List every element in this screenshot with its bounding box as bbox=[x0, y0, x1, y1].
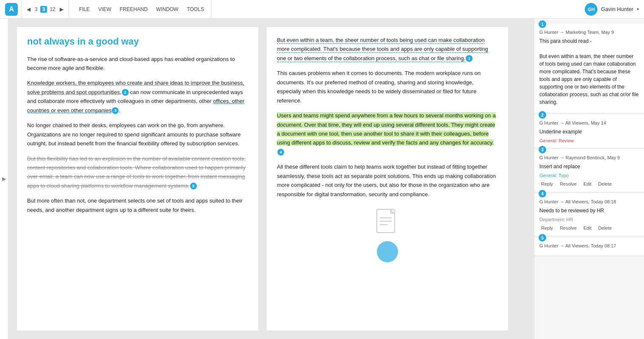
annotation-1: 1 bbox=[466, 55, 473, 62]
left-sidebar-toggle[interactable]: ▶ bbox=[0, 19, 8, 339]
doc-icon-area bbox=[277, 207, 498, 262]
dotted-text: But even within a team, the sheer number… bbox=[277, 37, 488, 62]
annotation-4: 4 bbox=[277, 149, 284, 156]
doc-right-column: But even within a team, the sheer number… bbox=[267, 27, 508, 331]
comment-number-2: 2 bbox=[539, 111, 546, 119]
para-saas: The rise of software-as-a-service and cl… bbox=[27, 55, 248, 73]
main-layout: ▶ not always in a good way The rise of s… bbox=[0, 19, 644, 339]
para-strikethrough: But this flexibility has led to an explo… bbox=[27, 154, 248, 191]
app-logo[interactable]: A bbox=[5, 3, 18, 16]
comment-4-tag: Department: HR bbox=[539, 217, 639, 222]
para-no-longer: No longer chained to their desks, employ… bbox=[27, 121, 248, 148]
page-navigation: ◀ 3 3 12 ▶ bbox=[21, 0, 69, 19]
document-icon bbox=[375, 207, 400, 237]
chevron-down-icon: ▾ bbox=[637, 7, 639, 11]
current-page: 3 bbox=[40, 6, 47, 13]
page-label: 3 bbox=[35, 6, 38, 12]
comment-1-body: This para should read - But even within … bbox=[539, 37, 639, 106]
comments-panel: 1 G Hunter → Marketing Team, May 9 This … bbox=[534, 19, 644, 339]
comment-5: 5 G Hunter → All Viewers, Today 08:17 bbox=[534, 237, 644, 257]
comment-3-actions: Reply Resolve Edit Delete bbox=[539, 181, 639, 187]
comment-4-edit-button[interactable]: Edit bbox=[582, 225, 593, 231]
prev-page-button[interactable]: ◀ bbox=[25, 6, 32, 13]
sidebar-arrow-icon: ▶ bbox=[2, 176, 6, 182]
comment-3-resolve-button[interactable]: Resolve bbox=[558, 181, 578, 187]
next-page-button[interactable]: ▶ bbox=[58, 6, 65, 13]
annotation-3: 3 bbox=[112, 107, 119, 114]
comment-4-resolve-button[interactable]: Resolve bbox=[558, 225, 578, 231]
para-this-causes: This causes problems when it comes to do… bbox=[277, 69, 498, 105]
comment-3-body: Insert and replace bbox=[539, 163, 639, 170]
comment-4-actions: Reply Resolve Edit Delete bbox=[539, 225, 639, 231]
para-all-these: All these different tools claim to help … bbox=[277, 162, 498, 199]
strikethrough-text: But this flexibility has led to an explo… bbox=[27, 156, 246, 189]
doc-columns: not always in a good way The rise of sof… bbox=[17, 27, 508, 331]
document-area: not always in a good way The rise of sof… bbox=[8, 19, 534, 339]
comment-3-reply-button[interactable]: Reply bbox=[539, 181, 555, 187]
menu-view[interactable]: VIEW bbox=[98, 6, 111, 12]
comment-4-header: G Hunter → All Viewers, Today 08:18 bbox=[539, 199, 639, 204]
topbar: A ◀ 3 3 12 ▶ FILE VIEW FREEHAND WINDOW T… bbox=[0, 0, 644, 19]
menu-tools[interactable]: TOOLS bbox=[187, 6, 204, 12]
comment-3-delete-button[interactable]: Delete bbox=[597, 181, 614, 187]
comment-1-header: G Hunter → Marketing Team, May 9 bbox=[539, 30, 639, 35]
comment-2-body: Underline example bbox=[539, 128, 639, 136]
annotation-5: 5 bbox=[190, 183, 197, 189]
comment-1: 1 G Hunter → Marketing Team, May 9 This … bbox=[534, 24, 644, 114]
comment-4: 4 G Hunter → All Viewers, Today 08:18 Ne… bbox=[534, 193, 644, 237]
doc-title: not always in a good way bbox=[27, 36, 248, 48]
comment-3-tag: General: Typo bbox=[539, 173, 639, 178]
user-menu[interactable]: GH Gavin Hunter ▾ bbox=[585, 3, 639, 16]
comment-number-5: 5 bbox=[539, 234, 546, 242]
total-pages: 12 bbox=[50, 6, 55, 12]
comment-number-4: 4 bbox=[539, 190, 546, 197]
comment-3-header: G Hunter → Raymond Bentinck, May 9 bbox=[539, 155, 639, 160]
comment-4-reply-button[interactable]: Reply bbox=[539, 225, 555, 231]
menu-file[interactable]: FILE bbox=[79, 6, 90, 12]
comment-5-header: G Hunter → All Viewers, Today 08:17 bbox=[539, 243, 639, 248]
comment-number-3: 3 bbox=[539, 146, 546, 153]
highlight-green-text: Users and teams might spend anywhere fro… bbox=[277, 112, 496, 146]
comment-number-1: 1 bbox=[539, 20, 546, 28]
comment-2-tag: General: Review bbox=[539, 138, 639, 143]
circle-icon bbox=[377, 241, 398, 262]
para-but-more: But more often than not, one department … bbox=[27, 196, 248, 214]
menu-window[interactable]: WINDOW bbox=[156, 6, 179, 12]
comment-3: 3 G Hunter → Raymond Bentinck, May 9 Ins… bbox=[534, 149, 644, 193]
comment-4-body: Needs to be reviewed by HR bbox=[539, 207, 639, 214]
para-users-teams: Users and teams might spend anywhere fro… bbox=[277, 111, 498, 156]
annotation-2: 2 bbox=[122, 89, 129, 96]
user-name: Gavin Hunter bbox=[601, 6, 633, 12]
comment-4-delete-button[interactable]: Delete bbox=[597, 225, 614, 231]
avatar: GH bbox=[585, 3, 597, 16]
comment-2: 2 G Hunter → All Viewers, May 14 Underli… bbox=[534, 114, 644, 149]
comment-2-header: G Hunter → All Viewers, May 14 bbox=[539, 120, 639, 125]
menu-freehand[interactable]: FREEHAND bbox=[120, 6, 148, 12]
comment-3-edit-button[interactable]: Edit bbox=[582, 181, 593, 187]
para-but-even: But even within a team, the sheer number… bbox=[277, 36, 498, 63]
doc-left-column: not always in a good way The rise of sof… bbox=[17, 27, 258, 331]
para-knowledge-workers: Knowledge workers, the employees who cre… bbox=[27, 78, 248, 115]
menu-bar: FILE VIEW FREEHAND WINDOW TOOLS bbox=[72, 0, 211, 19]
